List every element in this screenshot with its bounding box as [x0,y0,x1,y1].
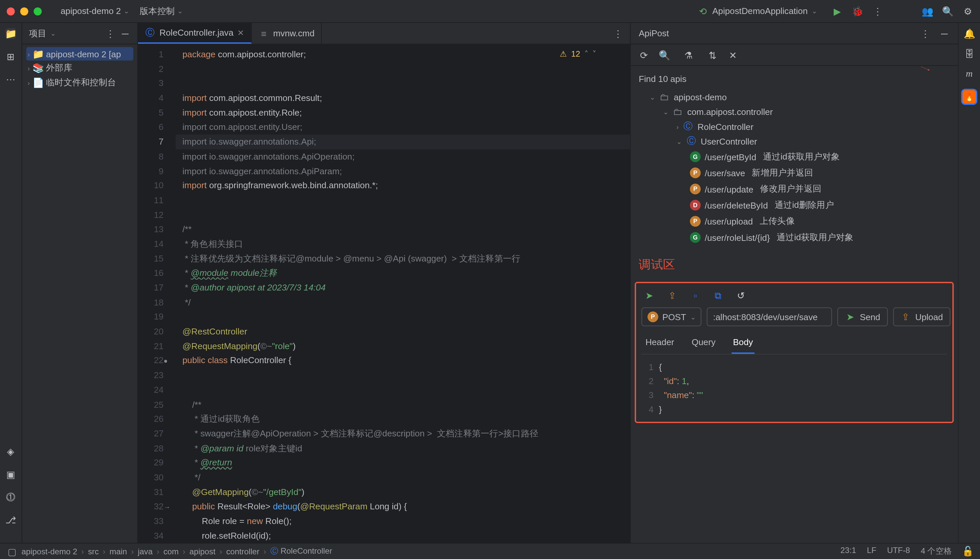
hide-panel-icon[interactable]: ─ [939,28,950,39]
breadcrumb-segment[interactable]: com [163,547,179,556]
problems-tool-icon[interactable]: ⓵ [5,492,16,502]
status-bar: ▢ apipost-demo 2›src›main›java›com›apipo… [0,543,980,559]
expand-collapse-icon[interactable]: ⇅ [707,49,718,60]
notifications-icon[interactable]: 🔔 [964,28,975,39]
find-result-label: Find 10 apis [638,71,950,89]
more-icon[interactable]: ⋮ [920,28,931,39]
chevron-down-icon[interactable]: ⌄ [50,30,56,37]
tree-item-label: 临时文件和控制台 [46,77,116,89]
breadcrumb-segment[interactable]: apipost-demo 2 [22,547,77,556]
maximize-window-icon[interactable] [34,7,41,15]
save-icon[interactable]: ▫ [690,290,701,301]
project-tree-item[interactable]: ›📄临时文件和控制台 [27,75,133,90]
gutter[interactable]: 123456789101112131415161718192021●222324… [138,44,176,542]
project-tree-item[interactable]: ›📁apipost-demo 2 [ap [27,47,133,60]
vcs-dropdown[interactable]: 版本控制 ⌄ [134,2,188,20]
endpoint-path: /user/save [705,168,745,178]
project-dropdown[interactable]: apipost-demo 2 ⌄ [55,3,135,19]
close-icon[interactable]: ✕ [728,49,738,60]
api-endpoint-item[interactable]: G/user/getById 通过id获取用户对象 [638,149,950,165]
readonly-lock-icon[interactable]: 🔓 [963,546,973,556]
run-config-selector[interactable]: ⟲ ApipostDemoApplication ⌄ [692,4,822,18]
breadcrumb-segment[interactable]: java [138,547,153,556]
terminal-tool-icon[interactable]: ▣ [5,469,16,480]
more-tool-icon[interactable]: ⋯ [5,74,16,84]
code-with-me-icon[interactable]: 👥 [922,6,933,17]
close-tab-icon[interactable]: ✕ [237,28,244,37]
breadcrumb-segment[interactable]: Ⓒ RoleController [270,546,332,557]
http-method-selector[interactable]: P POST ⌄ [641,308,701,326]
breadcrumb-segment[interactable]: apipost [189,547,216,556]
editor-tab[interactable]: ⒸRoleController.java✕ [138,23,252,44]
endpoint-path: /user/update [705,184,753,194]
indent-setting[interactable]: 4 个空格 [921,546,952,557]
breadcrumb[interactable]: apipost-demo 2›src›main›java›com›apipost… [22,546,332,557]
request-url-row: P POST ⌄ ➤ Send ⇪ Upload [641,308,947,326]
more-actions-icon[interactable]: ⋮ [872,6,883,17]
file-encoding[interactable]: UTF-8 [887,546,910,557]
class-icon: Ⓒ [145,27,155,38]
tab-more-icon[interactable]: ⋮ [613,28,623,39]
request-body-editor[interactable]: 1234 { "id": 1, "name": ""} [641,360,947,417]
database-tool-icon[interactable]: 🗄 [964,48,975,59]
api-endpoint-item[interactable]: P/user/upload 上传头像 [638,213,950,229]
close-window-icon[interactable] [7,7,15,15]
api-endpoint-item[interactable]: P/user/update 修改用户并返回 [638,181,950,197]
api-endpoint-item[interactable]: D/user/deleteById 通过id删除用户 [638,197,950,213]
api-tree-item[interactable]: ⌄ⒸUserController [638,134,950,149]
filter-icon[interactable]: ⚗ [683,49,694,60]
endpoint-path: /user/getById [705,152,756,162]
project-tree-item[interactable]: ›📚外部库 [27,61,133,75]
tree-item-label: UserController [701,136,757,146]
editor-tab[interactable]: ≡mvnw.cmd [252,23,322,44]
code-area[interactable]: ⚠ 12 ˄ ˅ 1234567891011121314151617181920… [138,44,630,542]
project-tool-icon[interactable]: 📁 [5,28,16,39]
run-button[interactable]: ▶ [832,6,843,17]
http-method-badge-icon: P [690,216,701,227]
project-name: apipost-demo 2 [61,6,121,16]
request-url-input[interactable] [707,308,832,326]
request-tab-header[interactable]: Header [644,334,675,354]
endpoint-desc: 修改用户并返回 [760,183,821,195]
search-icon[interactable]: 🔍 [942,6,953,17]
endpoint-path: /user/roleList/{id} [705,233,770,243]
export-icon[interactable]: ⇪ [667,290,678,301]
caret-position[interactable]: 23:1 [840,546,856,557]
copy-icon[interactable]: ⧉ [713,290,723,301]
api-tree-item[interactable]: ⌄🗀com.apipost.controller [638,104,950,119]
debug-button[interactable]: 🐞 [852,6,863,17]
structure-tool-icon[interactable]: ⊞ [5,51,16,62]
maven-tool-icon[interactable]: m [964,69,975,79]
module-icon[interactable]: ▢ [7,546,17,557]
git-tool-icon[interactable]: ⎇ [5,515,16,525]
refresh-icon[interactable]: ⟳ [638,49,649,60]
upload-button[interactable]: ⇪ Upload [893,308,950,326]
search-icon[interactable]: 🔍 [659,49,670,60]
history-icon[interactable]: ↺ [736,290,746,301]
api-tree-item[interactable]: ⌄🗀apipost-demo [638,89,950,104]
line-separator[interactable]: LF [867,546,876,557]
apipost-tool-icon[interactable]: 🔥 [961,89,977,105]
http-method-badge-icon: P [690,184,701,194]
settings-icon[interactable]: ⚙ [963,6,973,17]
breadcrumb-segment[interactable]: src [88,547,99,556]
hide-panel-icon[interactable]: ─ [119,28,130,39]
send-button[interactable]: ➤ Send [837,308,888,326]
api-endpoint-item[interactable]: G/user/roleList/{id} 通过id获取用户对象 [638,230,950,245]
http-method-badge-icon: P [690,167,701,178]
folder-icon: 📁 [33,48,43,59]
request-tab-body[interactable]: Body [732,334,754,354]
request-tab-query[interactable]: Query [690,334,717,354]
breadcrumb-segment[interactable]: main [109,547,127,556]
breadcrumb-segment[interactable]: controller [226,547,260,556]
folder-icon: 🗀 [659,92,670,102]
services-tool-icon[interactable]: ◈ [5,446,16,457]
minimize-window-icon[interactable] [20,7,28,15]
api-endpoint-item[interactable]: P/user/save 新增用户并返回 [638,165,950,181]
code-content[interactable]: package com.apipost.controller;import co… [176,44,630,542]
more-icon[interactable]: ⋮ [105,28,116,39]
send-icon[interactable]: ➤ [644,290,655,301]
api-tree-item[interactable]: ›ⒸRoleController [638,119,950,134]
file-icon: ≡ [258,28,269,39]
project-panel-header: 项目 ⌄ ⋮ ─ [22,23,137,45]
